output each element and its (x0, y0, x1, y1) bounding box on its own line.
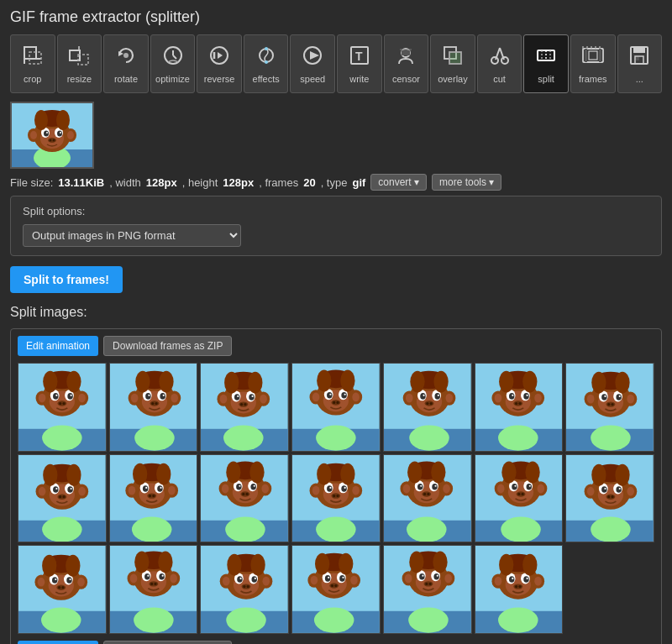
split-frames-button[interactable]: Split to frames! (10, 266, 123, 293)
svg-point-250 (157, 485, 162, 492)
svg-point-62 (46, 132, 48, 134)
tool-resize[interactable]: resize (57, 34, 102, 93)
svg-point-102 (145, 393, 150, 400)
overlay-icon (441, 44, 465, 71)
svg-point-292 (341, 485, 346, 492)
svg-point-438 (325, 576, 330, 583)
rotate-icon (114, 44, 138, 71)
svg-point-482 (512, 578, 513, 579)
svg-point-296 (333, 495, 335, 497)
svg-point-329 (537, 484, 544, 493)
frames-grid (18, 363, 654, 634)
svg-point-105 (162, 395, 164, 396)
svg-point-273 (254, 484, 255, 486)
svg-rect-0 (24, 47, 36, 59)
convert-button[interactable]: convert ▾ (370, 174, 427, 191)
svg-point-307 (403, 484, 411, 493)
svg-point-89 (43, 371, 57, 393)
format-select[interactable]: Output images in PNG format Output image… (23, 224, 241, 247)
svg-point-231 (71, 488, 72, 490)
svg-point-97 (131, 394, 139, 403)
svg-point-419 (240, 578, 242, 579)
svg-line-11 (173, 55, 176, 59)
svg-point-8 (123, 53, 129, 58)
cut-label: cut (493, 74, 506, 84)
svg-point-87 (62, 402, 65, 405)
more-tools-button[interactable]: more tools ▾ (432, 174, 501, 191)
svg-point-188 (512, 395, 513, 396)
edit-animation-button-top[interactable]: Edit animation (18, 336, 98, 356)
file-width-label: , width (109, 176, 141, 189)
resize-label: resize (67, 74, 92, 84)
svg-point-356 (605, 488, 606, 490)
svg-point-111 (159, 371, 173, 393)
svg-point-293 (329, 487, 331, 489)
svg-point-86 (59, 402, 61, 405)
svg-point-83 (55, 395, 57, 396)
tool-optimize[interactable]: optimize (150, 34, 196, 93)
svg-point-381 (61, 587, 64, 589)
svg-point-103 (160, 393, 165, 400)
svg-point-475 (494, 577, 501, 586)
svg-point-434 (350, 576, 358, 585)
tool-more[interactable]: ... (617, 34, 663, 93)
svg-point-266 (262, 484, 270, 493)
tool-censor[interactable]: censor (384, 34, 429, 93)
svg-point-333 (512, 484, 517, 490)
svg-point-371 (77, 578, 85, 587)
svg-point-191 (515, 402, 517, 405)
frame-cell (200, 454, 289, 543)
tool-overlay[interactable]: overlay (430, 34, 475, 93)
file-frames-value: 20 (303, 176, 315, 189)
file-height-label: , height (182, 176, 218, 189)
svg-point-104 (148, 395, 150, 396)
frame-cell (291, 454, 381, 543)
svg-point-140 (352, 393, 360, 402)
svg-point-312 (417, 484, 423, 490)
svg-point-168 (438, 395, 439, 396)
svg-point-167 (423, 395, 424, 396)
svg-point-189 (526, 395, 528, 396)
svg-point-345 (591, 516, 631, 542)
svg-point-404 (134, 552, 149, 573)
svg-point-342 (525, 461, 539, 483)
tool-split[interactable]: split (523, 34, 569, 93)
speed-icon (301, 44, 324, 71)
tool-crop[interactable]: crop (10, 34, 55, 93)
svg-point-132 (249, 372, 263, 394)
tool-write[interactable]: T write (337, 34, 382, 93)
download-zip-button-bottom[interactable]: Download frames as ZIP (103, 641, 232, 644)
frame-cell (383, 454, 472, 543)
download-zip-button-top[interactable]: Download frames as ZIP (103, 336, 232, 356)
tool-frames[interactable]: frames (570, 34, 616, 93)
svg-point-16 (265, 47, 268, 50)
tool-effects[interactable]: effects (244, 34, 289, 93)
svg-point-128 (240, 403, 243, 406)
svg-point-349 (587, 487, 595, 496)
frames-container: Edit animation Download frames as ZIP (10, 328, 662, 644)
svg-rect-48 (636, 57, 639, 60)
effects-label: effects (253, 74, 280, 84)
svg-point-359 (607, 495, 610, 498)
svg-point-55 (30, 131, 37, 139)
svg-point-181 (494, 394, 501, 403)
edit-animation-button-bottom[interactable]: Edit animation (18, 641, 98, 644)
tool-cut[interactable]: cut (477, 34, 522, 93)
svg-point-295 (332, 493, 341, 498)
svg-point-486 (518, 585, 521, 588)
tool-speed[interactable]: speed (290, 34, 335, 93)
svg-point-392 (170, 574, 177, 584)
tool-rotate[interactable]: rotate (103, 34, 149, 93)
frame-cell (291, 363, 381, 452)
svg-point-468 (433, 552, 447, 573)
svg-point-72 (42, 425, 82, 450)
svg-point-357 (619, 488, 621, 490)
svg-point-279 (250, 461, 265, 483)
svg-point-286 (312, 485, 320, 495)
svg-point-174 (433, 371, 448, 393)
frame-cell (383, 545, 472, 634)
svg-point-397 (159, 573, 164, 580)
svg-point-233 (59, 495, 61, 498)
svg-point-383 (42, 555, 56, 577)
tool-reverse[interactable]: reverse (197, 34, 242, 93)
